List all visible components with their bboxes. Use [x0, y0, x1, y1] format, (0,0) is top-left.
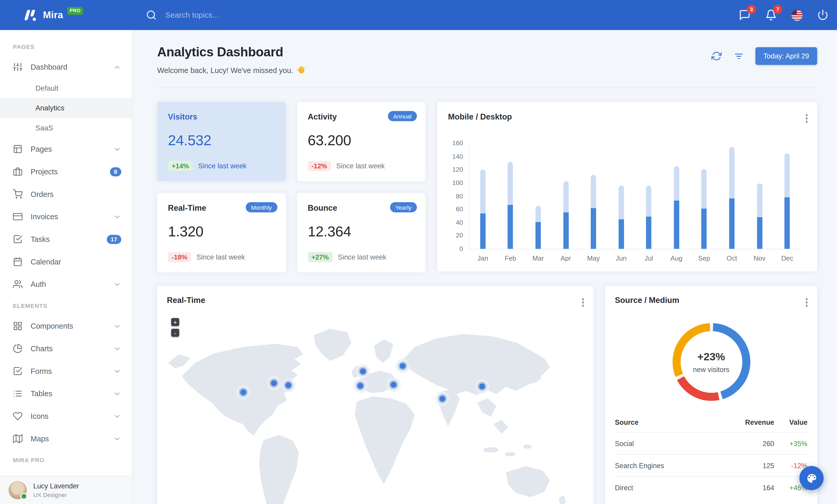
sidebar-subitem-saas[interactable]: SaaS: [0, 118, 132, 138]
bar-group-aug: [663, 143, 690, 249]
sidebar-item-charts[interactable]: Charts: [0, 337, 132, 360]
bar-segment-desktop: [591, 175, 596, 208]
stat-period-badge[interactable]: Monthly: [246, 202, 277, 212]
x-axis-label: Mar: [524, 255, 552, 262]
map-card-title: Real-Time: [167, 295, 584, 304]
map-marker[interactable]: [357, 383, 363, 389]
power-icon[interactable]: [817, 9, 829, 21]
map-marker[interactable]: [360, 368, 366, 374]
chevron-down-icon: [113, 145, 121, 153]
stat-value: 63.200: [308, 132, 415, 149]
sidebar-item-components[interactable]: Components: [0, 315, 132, 337]
theme-palette-fab[interactable]: [800, 466, 824, 490]
world-map: [162, 312, 588, 504]
language-flag-icon[interactable]: [791, 10, 803, 20]
stat-card-bounce: BounceYearly12.364+27%Since last week: [297, 193, 425, 272]
x-axis-labels: JanFebMarAprMayJunJulAugSepOctNovDec: [469, 255, 801, 262]
filter-icon[interactable]: [733, 51, 744, 61]
bar-segment-desktop: [480, 170, 485, 213]
bar-segment-mobile: [784, 198, 790, 249]
sliders-icon: [13, 62, 23, 72]
x-axis-label: Sep: [690, 255, 718, 262]
date-button[interactable]: Today: April 29: [755, 47, 817, 65]
stat-caption: Since last week: [197, 253, 245, 261]
sidebar-item-icons[interactable]: Icons: [0, 405, 132, 427]
map-zoom-out-button[interactable]: -: [171, 329, 179, 337]
briefcase-icon: [13, 167, 23, 176]
map-marker[interactable]: [390, 381, 396, 388]
sidebar-item-dashboard[interactable]: Dashboard: [0, 56, 132, 78]
messages-icon[interactable]: 3: [739, 9, 750, 21]
bar-segment-mobile: [729, 199, 735, 249]
kebab-menu-icon[interactable]: [804, 112, 809, 124]
kebab-menu-icon[interactable]: [580, 296, 585, 308]
bar-segment-desktop: [618, 186, 624, 219]
map-zoom-in-button[interactable]: +: [171, 318, 179, 326]
sidebar-nav: PAGESDashboardDefaultAnalyticsSaaSPagesP…: [0, 30, 132, 476]
welcome-subtitle: Welcome back, Lucy! We've missed you.: [157, 65, 307, 75]
bars: [469, 143, 801, 249]
table-header-value: Value: [774, 413, 808, 432]
map-marker[interactable]: [271, 380, 277, 386]
brand[interactable]: Mira PRO: [24, 0, 84, 30]
sidebar-subitem-default[interactable]: Default: [0, 78, 132, 98]
y-axis-tick: 140: [448, 152, 463, 160]
bar-group-mar: [524, 143, 552, 249]
stat-caption: Since last week: [198, 162, 246, 170]
refresh-icon[interactable]: [711, 51, 722, 61]
sidebar-item-tasks[interactable]: Tasks17: [0, 228, 132, 250]
sidebar-item-projects[interactable]: Projects8: [0, 160, 132, 183]
heart-icon: [13, 411, 23, 421]
chevron-down-icon: [113, 412, 121, 420]
bar-segment-mobile: [480, 213, 485, 249]
sidebar-item-tables[interactable]: Tables: [0, 382, 132, 405]
sidebar-item-auth[interactable]: Auth: [0, 273, 132, 296]
page-title: Analytics Dashboard: [157, 44, 307, 59]
kebab-menu-icon[interactable]: [804, 296, 809, 308]
sidebar-item-maps[interactable]: Maps: [0, 427, 132, 450]
navbar-actions: 3 7: [739, 0, 829, 30]
sidebar-item-forms[interactable]: Forms: [0, 360, 132, 382]
sidebar-item-orders[interactable]: Orders: [0, 183, 132, 205]
sidebar-user[interactable]: Lucy Lavender UX Designer: [0, 476, 132, 504]
bar-group-apr: [552, 143, 580, 249]
search-input[interactable]: [164, 10, 290, 20]
bar-group-nov: [746, 143, 773, 249]
stat-value: 1.320: [168, 224, 275, 240]
bar-segment-mobile: [507, 204, 513, 249]
chevron-down-icon: [113, 344, 121, 353]
y-axis-tick: 100: [448, 179, 463, 187]
map-marker[interactable]: [240, 389, 246, 395]
mira-logo-icon: [24, 8, 38, 22]
sidebar-subitem-analytics[interactable]: Analytics: [0, 98, 132, 118]
table-header-revenue: Revenue: [726, 413, 774, 432]
map-marker[interactable]: [285, 382, 291, 388]
map-marker[interactable]: [479, 383, 485, 389]
x-axis-label: Jan: [469, 255, 497, 262]
pie-chart-icon: [13, 344, 23, 353]
header-divider: [157, 87, 817, 88]
sidebar-item-pages[interactable]: Pages: [0, 138, 132, 160]
search-bar[interactable]: [146, 0, 289, 30]
bar-segment-desktop: [784, 153, 790, 197]
bar-segment-mobile: [701, 209, 707, 249]
sidebar-item-calendar[interactable]: Calendar: [0, 250, 132, 273]
sidebar-section-label: PAGES: [0, 36, 132, 56]
notifications-bell-icon[interactable]: 7: [765, 9, 777, 21]
y-axis-tick: 80: [448, 192, 463, 200]
map-marker[interactable]: [439, 395, 445, 402]
main-content: Analytics Dashboard Welcome back, Lucy! …: [132, 30, 837, 504]
stat-period-badge[interactable]: Yearly: [390, 202, 417, 212]
stat-title: Visitors: [168, 112, 275, 121]
sidebar-item-invoices[interactable]: Invoices: [0, 205, 132, 228]
user-name: Lucy Lavender: [33, 482, 79, 491]
stat-period-badge[interactable]: Annual: [388, 111, 417, 121]
y-axis-tick: 0: [448, 245, 463, 253]
table-row: Direct164+46%: [615, 477, 807, 498]
map-marker[interactable]: [399, 363, 406, 369]
table-row: Search Engines125-12%: [615, 454, 807, 477]
stat-card-visitors: Visitors24.532+14%Since last week: [157, 102, 286, 181]
cell-revenue: 164: [726, 477, 774, 498]
palette-icon: [805, 472, 817, 484]
bar-segment-desktop: [535, 206, 541, 222]
